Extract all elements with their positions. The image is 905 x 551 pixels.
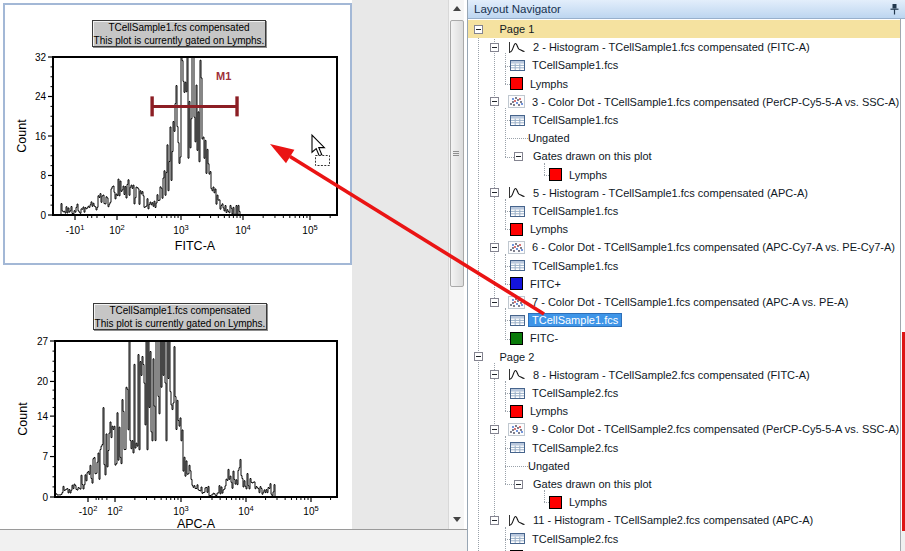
gate-color-swatch-icon bbox=[510, 405, 523, 418]
pin-icon[interactable] bbox=[889, 3, 900, 16]
gate-color-swatch-icon bbox=[510, 223, 523, 236]
tree-expander-minus[interactable] bbox=[490, 97, 499, 106]
table-icon bbox=[510, 260, 525, 271]
tree-item[interactable]: Page 2 bbox=[468, 348, 900, 366]
plot-title-line1: TCellSample1.fcs compensated bbox=[93, 22, 265, 35]
tree-item[interactable]: Page 1 bbox=[468, 20, 900, 38]
arrow-up-icon bbox=[453, 6, 461, 11]
tree-item[interactable]: Gates drawn on this plot bbox=[468, 147, 900, 165]
scrollbar-thumb[interactable] bbox=[450, 20, 464, 287]
svg-text:103: 103 bbox=[173, 223, 188, 237]
tree-item[interactable]: Lymphs bbox=[468, 220, 900, 238]
dot-plot-icon bbox=[508, 241, 525, 254]
tree-expander-minus[interactable] bbox=[490, 43, 499, 52]
tree-item-label[interactable]: FITC+ bbox=[530, 278, 561, 290]
table-icon bbox=[510, 533, 525, 544]
tree-item[interactable]: Ungated bbox=[468, 457, 900, 475]
tree-item-label[interactable]: 6 - Color Dot - TCellSample1.fcs compens… bbox=[532, 241, 895, 253]
svg-text:102: 102 bbox=[109, 223, 124, 237]
tree-item-label[interactable]: 9 - Color Dot - TCellSample2.fcs compens… bbox=[532, 423, 899, 435]
scroll-up-button[interactable] bbox=[449, 0, 464, 16]
tree-item-label[interactable]: 5 - Histogram - TCellSample1.fcs compens… bbox=[533, 187, 808, 199]
gate-color-swatch-icon bbox=[510, 332, 523, 345]
tree-item-label[interactable]: 2 - Histogram - TCellSample1.fcs compens… bbox=[533, 41, 810, 53]
tree-item[interactable]: 7 - Color Dot - TCellSample1.fcs compens… bbox=[468, 293, 900, 311]
canvas-vertical-scrollbar[interactable] bbox=[448, 0, 464, 529]
tree-item[interactable]: 3 - Color Dot - TCellSample1.fcs compens… bbox=[468, 93, 900, 111]
tree-item-label[interactable]: TCellSample2.fcs bbox=[532, 387, 618, 399]
sample-table-icon bbox=[510, 388, 525, 399]
tree-item-label[interactable]: TCellSample1.fcs bbox=[532, 59, 618, 71]
tree-item-label[interactable]: Lymphs bbox=[569, 169, 607, 181]
gate-color-swatch-icon bbox=[549, 168, 562, 181]
scroll-down-button[interactable] bbox=[449, 511, 464, 527]
tree-expander-minus[interactable] bbox=[490, 243, 499, 252]
tree-item-label[interactable]: Lymphs bbox=[530, 223, 568, 235]
tree-item-label[interactable]: Page 2 bbox=[500, 351, 535, 363]
tree-item[interactable]: 6 - Color Dot - TCellSample1.fcs compens… bbox=[468, 238, 900, 256]
tree-item[interactable]: FITC- bbox=[468, 329, 900, 347]
tree-item[interactable]: Lymphs bbox=[468, 493, 900, 511]
tree-item[interactable]: 9 - Color Dot - TCellSample2.fcs compens… bbox=[468, 420, 900, 438]
plot-title-box[interactable]: TCellSample1.fcs compensated This plot i… bbox=[93, 303, 267, 330]
tree-item-label[interactable]: FITC- bbox=[530, 332, 558, 344]
sample-table-icon bbox=[510, 442, 525, 453]
tree-item[interactable]: TCellSample1.fcs bbox=[468, 311, 900, 329]
tree-item-label[interactable]: TCellSample1.fcs bbox=[532, 260, 618, 272]
sample-table-icon bbox=[510, 206, 525, 217]
tree-item-label[interactable]: Lymphs bbox=[530, 405, 568, 417]
tree-expander-minus[interactable] bbox=[490, 425, 499, 434]
tree-item-label[interactable]: TCellSample2.fcs bbox=[532, 533, 618, 545]
tree-item[interactable]: Ungated bbox=[468, 129, 900, 147]
tree-item-label[interactable]: Lymphs bbox=[530, 78, 568, 90]
tree-item[interactable]: TCellSample1.fcs bbox=[468, 111, 900, 129]
gate-color-swatch-icon bbox=[510, 223, 523, 236]
tree-item[interactable]: Lymphs bbox=[468, 402, 900, 420]
histogram-plot-icon bbox=[508, 368, 526, 381]
tree-item-label[interactable]: 7 - Color Dot - TCellSample1.fcs compens… bbox=[532, 296, 848, 308]
tree-item[interactable]: 2 - Histogram - TCellSample1.fcs compens… bbox=[468, 38, 900, 56]
tree-item[interactable]: TCellSample2.fcs bbox=[468, 384, 900, 402]
panel-titlebar[interactable]: Layout Navigator bbox=[468, 0, 905, 19]
tree-item-label[interactable]: Ungated bbox=[528, 460, 570, 472]
plot-title-box[interactable]: TCellSample1.fcs compensated This plot i… bbox=[92, 20, 266, 47]
tree-item[interactable]: Lymphs bbox=[468, 166, 900, 184]
tree-expander-minus[interactable] bbox=[474, 352, 483, 361]
tree-item[interactable]: TCellSample1.fcs bbox=[468, 56, 900, 74]
tree-item[interactable]: TCellSample1.fcs bbox=[468, 257, 900, 275]
tree-item-label[interactable]: Ungated bbox=[528, 132, 570, 144]
tree-expander-minus[interactable] bbox=[490, 516, 499, 525]
tree-item-label[interactable]: Page 1 bbox=[500, 23, 535, 35]
dot-icon bbox=[508, 241, 525, 254]
tree-item[interactable]: 11 - Histogram - TCellSample2.fcs compen… bbox=[468, 511, 900, 529]
tree-item-label[interactable]: 8 - Histogram - TCellSample2.fcs compens… bbox=[533, 369, 810, 381]
tree-item-label[interactable]: TCellSample2.fcs bbox=[532, 442, 618, 454]
tree-item-label[interactable]: 11 - Histogram - TCellSample2.fcs compen… bbox=[533, 514, 813, 526]
tree-item[interactable]: Gates drawn on this plot bbox=[468, 475, 900, 493]
histogram-plot-icon bbox=[508, 186, 526, 199]
tree-item[interactable]: TCellSample2.fcs bbox=[468, 530, 900, 548]
tree-item-label[interactable]: 3 - Color Dot - TCellSample1.fcs compens… bbox=[532, 96, 899, 108]
tree-item-label-selected[interactable]: TCellSample1.fcs bbox=[528, 313, 622, 327]
tree-expander-minus[interactable] bbox=[490, 298, 499, 307]
tree-expander-minus[interactable] bbox=[490, 188, 499, 197]
tree-item[interactable]: 8 - Histogram - TCellSample2.fcs compens… bbox=[468, 366, 900, 384]
tree-expander-minus[interactable] bbox=[474, 25, 483, 34]
tree-item[interactable]: TCellSample2.fcs bbox=[468, 439, 900, 457]
tree-item-label[interactable]: Lymphs bbox=[569, 496, 607, 508]
tree-item-label[interactable]: Gates drawn on this plot bbox=[533, 150, 652, 162]
tree-expander-minus[interactable] bbox=[490, 370, 499, 379]
dot-icon bbox=[508, 296, 525, 309]
tree-item-label[interactable]: Gates drawn on this plot bbox=[533, 478, 652, 490]
tree-item-label[interactable]: TCellSample1.fcs bbox=[532, 114, 618, 126]
tree-item[interactable]: TCellSample1.fcs bbox=[468, 202, 900, 220]
plot-title-line2: This plot is currently gated on Lymphs. bbox=[93, 35, 265, 48]
tree-item-label[interactable]: TCellSample1.fcs bbox=[532, 205, 618, 217]
bottom-scrollbar-track[interactable] bbox=[0, 529, 467, 551]
tree-item[interactable]: Lymphs bbox=[468, 75, 900, 93]
tree-item[interactable]: FITC+ bbox=[468, 275, 900, 293]
tree-expander-minus[interactable] bbox=[514, 152, 523, 161]
tree-item[interactable]: 5 - Histogram - TCellSample1.fcs compens… bbox=[468, 184, 900, 202]
gate-color-swatch-icon bbox=[549, 168, 562, 181]
tree-expander-minus[interactable] bbox=[514, 480, 523, 489]
